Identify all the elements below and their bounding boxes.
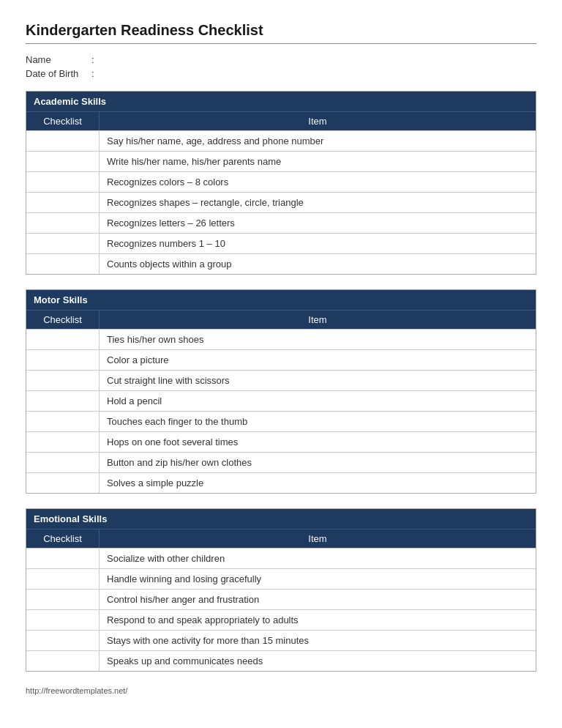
checklist-cell bbox=[26, 131, 100, 151]
checklist-cell bbox=[26, 412, 100, 431]
table-row: Control his/her anger and frustration bbox=[26, 589, 536, 609]
checklist-cell bbox=[26, 473, 100, 493]
checklist-cell bbox=[26, 432, 100, 452]
table-row: Write his/her name, his/her parents name bbox=[26, 151, 536, 171]
section-heading-academic: Academic Skills bbox=[26, 92, 536, 111]
table-header-motor: ChecklistItem bbox=[26, 310, 536, 329]
checklist-cell bbox=[26, 193, 100, 212]
table-row: Hops on one foot several times bbox=[26, 431, 536, 452]
info-section: Name : Date of Birth : bbox=[26, 54, 536, 79]
table-row: Touches each finger to the thumb bbox=[26, 411, 536, 431]
checklist-cell bbox=[26, 569, 100, 589]
table-row: Stays with one activity for more than 15… bbox=[26, 630, 536, 650]
item-cell: Solves a simple puzzle bbox=[100, 473, 536, 493]
section-heading-motor: Motor Skills bbox=[26, 290, 536, 310]
table-row: Color a picture bbox=[26, 349, 536, 370]
section-heading-emotional: Emotional Skills bbox=[26, 509, 536, 529]
checklist-cell bbox=[26, 610, 100, 630]
checklist-cell bbox=[26, 371, 100, 390]
section-academic: Academic SkillsChecklistItemSay his/her … bbox=[26, 91, 536, 275]
item-cell: Hops on one foot several times bbox=[100, 432, 536, 452]
table-row: Button and zip his/her own clothes bbox=[26, 452, 536, 472]
item-cell: Control his/her anger and frustration bbox=[100, 590, 536, 609]
table-row: Recognizes colors – 8 colors bbox=[26, 171, 536, 192]
col-item-header: Item bbox=[100, 530, 536, 548]
table-header-emotional: ChecklistItem bbox=[26, 529, 536, 548]
checklist-cell bbox=[26, 631, 100, 650]
table-row: Cut straight line with scissors bbox=[26, 370, 536, 390]
item-cell: Write his/her name, his/her parents name bbox=[100, 152, 536, 171]
table-row: Ties his/her own shoes bbox=[26, 329, 536, 349]
dob-colon: : bbox=[91, 68, 94, 79]
table-row: Recognizes numbers 1 – 10 bbox=[26, 233, 536, 253]
checklist-cell bbox=[26, 254, 100, 274]
item-cell: Counts objects within a group bbox=[100, 254, 536, 274]
table-row: Solves a simple puzzle bbox=[26, 472, 536, 493]
checklist-cell bbox=[26, 350, 100, 370]
item-cell: Say his/her name, age, address and phone… bbox=[100, 131, 536, 151]
table-row: Hold a pencil bbox=[26, 390, 536, 411]
item-cell: Recognizes letters – 26 letters bbox=[100, 213, 536, 233]
table-row: Handle winning and losing gracefully bbox=[26, 568, 536, 589]
item-cell: Recognizes colors – 8 colors bbox=[100, 172, 536, 192]
table-row: Speaks up and communicates needs bbox=[26, 650, 536, 671]
checklist-cell bbox=[26, 172, 100, 192]
item-cell: Speaks up and communicates needs bbox=[100, 651, 536, 671]
table-row: Counts objects within a group bbox=[26, 253, 536, 274]
checklist-cell bbox=[26, 213, 100, 233]
footer-url: http://freewordtemplates.net/ bbox=[26, 686, 536, 695]
dob-row: Date of Birth : bbox=[26, 68, 536, 79]
title-divider bbox=[26, 43, 536, 44]
table-header-academic: ChecklistItem bbox=[26, 111, 536, 130]
checklist-cell bbox=[26, 152, 100, 171]
item-cell: Cut straight line with scissors bbox=[100, 371, 536, 390]
page-title: Kindergarten Readiness Checklist bbox=[26, 22, 536, 39]
sections-container: Academic SkillsChecklistItemSay his/her … bbox=[26, 91, 536, 672]
col-checklist-header: Checklist bbox=[26, 530, 100, 548]
checklist-cell bbox=[26, 234, 100, 253]
checklist-cell bbox=[26, 391, 100, 411]
item-cell: Socialize with other children bbox=[100, 549, 536, 568]
checklist-cell bbox=[26, 453, 100, 472]
name-row: Name : bbox=[26, 54, 536, 65]
item-cell: Recognizes shapes – rectangle, circle, t… bbox=[100, 193, 536, 212]
checklist-cell bbox=[26, 590, 100, 609]
col-checklist-header: Checklist bbox=[26, 112, 100, 130]
col-checklist-header: Checklist bbox=[26, 311, 100, 329]
item-cell: Handle winning and losing gracefully bbox=[100, 569, 536, 589]
table-row: Respond to and speak appropriately to ad… bbox=[26, 609, 536, 630]
checklist-cell bbox=[26, 330, 100, 349]
dob-label: Date of Birth bbox=[26, 68, 91, 79]
item-cell: Color a picture bbox=[100, 350, 536, 370]
item-cell: Recognizes numbers 1 – 10 bbox=[100, 234, 536, 253]
col-item-header: Item bbox=[100, 112, 536, 130]
section-emotional: Emotional SkillsChecklistItemSocialize w… bbox=[26, 508, 536, 672]
table-row: Say his/her name, age, address and phone… bbox=[26, 130, 536, 151]
name-label: Name bbox=[26, 54, 91, 65]
item-cell: Ties his/her own shoes bbox=[100, 330, 536, 349]
checklist-cell bbox=[26, 549, 100, 568]
checklist-cell bbox=[26, 651, 100, 671]
item-cell: Button and zip his/her own clothes bbox=[100, 453, 536, 472]
name-colon: : bbox=[91, 54, 94, 65]
table-row: Socialize with other children bbox=[26, 548, 536, 568]
item-cell: Respond to and speak appropriately to ad… bbox=[100, 610, 536, 630]
item-cell: Touches each finger to the thumb bbox=[100, 412, 536, 431]
section-motor: Motor SkillsChecklistItemTies his/her ow… bbox=[26, 289, 536, 494]
table-row: Recognizes shapes – rectangle, circle, t… bbox=[26, 192, 536, 212]
table-row: Recognizes letters – 26 letters bbox=[26, 212, 536, 233]
item-cell: Stays with one activity for more than 15… bbox=[100, 631, 536, 650]
col-item-header: Item bbox=[100, 311, 536, 329]
item-cell: Hold a pencil bbox=[100, 391, 536, 411]
